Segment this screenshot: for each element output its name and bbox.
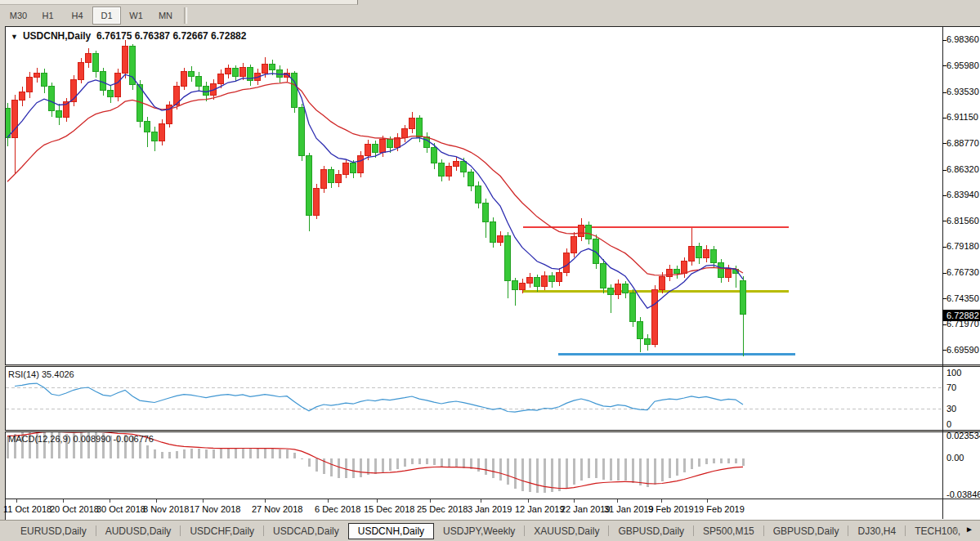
candle[interactable] — [564, 253, 570, 272]
candle[interactable] — [571, 237, 577, 253]
candle[interactable] — [387, 140, 393, 147]
candle[interactable] — [181, 72, 187, 86]
chart-tab-usdchf-daily[interactable]: USDCHF,Daily — [181, 523, 263, 539]
chart-tab-xauusd-daily[interactable]: XAUUSD,Daily — [525, 523, 608, 539]
candle[interactable] — [549, 275, 555, 282]
candle[interactable] — [446, 167, 452, 177]
chart-tab-gbpusd-daily[interactable]: GBPUSD,Daily — [764, 523, 848, 539]
candle[interactable] — [27, 78, 33, 92]
candle[interactable] — [409, 118, 415, 129]
chart-tab-audusd-daily[interactable]: AUDUSD,Daily — [96, 523, 181, 539]
candle[interactable] — [623, 284, 629, 293]
candle[interactable] — [468, 172, 474, 186]
candle[interactable] — [270, 65, 275, 70]
candle[interactable] — [439, 163, 445, 177]
candle[interactable] — [704, 249, 709, 258]
candle[interactable] — [660, 276, 665, 289]
candle[interactable] — [373, 144, 378, 153]
candle[interactable] — [454, 161, 459, 167]
candle[interactable] — [380, 140, 386, 153]
candle[interactable] — [314, 188, 320, 215]
candle[interactable] — [329, 170, 334, 183]
timeframe-button-mn[interactable]: MN — [151, 7, 180, 25]
candle[interactable] — [608, 288, 614, 295]
candle[interactable] — [461, 161, 467, 172]
timeframe-button-h4[interactable]: H4 — [63, 7, 92, 25]
candle[interactable] — [601, 264, 606, 288]
candle[interactable] — [535, 278, 540, 287]
candle[interactable] — [586, 225, 592, 239]
chart-tab-usdjpy-weekly[interactable]: USDJPY,Weekly — [434, 523, 524, 539]
candle[interactable] — [645, 339, 651, 345]
chart-dropdown-icon[interactable]: ▼ — [11, 33, 18, 41]
timeframe-button-d1[interactable]: D1 — [92, 7, 121, 25]
candle[interactable] — [336, 174, 342, 183]
candle[interactable] — [262, 65, 268, 74]
rsi-indicator-plot[interactable] — [6, 367, 942, 430]
candle[interactable] — [240, 68, 246, 77]
candle[interactable] — [365, 144, 371, 155]
candle[interactable] — [689, 246, 695, 261]
chart-tab-tech100-[interactable]: TECH100, — [906, 523, 969, 539]
candle[interactable] — [123, 46, 128, 73]
candle[interactable] — [189, 72, 195, 76]
candle[interactable] — [498, 235, 503, 242]
candle[interactable] — [741, 281, 746, 315]
timeframe-button-m30[interactable]: M30 — [4, 7, 33, 25]
candle[interactable] — [292, 73, 298, 107]
candle[interactable] — [630, 293, 636, 322]
candle[interactable] — [579, 225, 584, 236]
candle[interactable] — [615, 284, 621, 295]
candle[interactable] — [726, 269, 732, 278]
candle[interactable] — [696, 246, 702, 257]
candle[interactable] — [49, 86, 55, 110]
candle[interactable] — [432, 147, 437, 163]
candle[interactable] — [351, 163, 356, 173]
candle[interactable] — [674, 269, 680, 273]
candle[interactable] — [307, 156, 312, 215]
candle[interactable] — [233, 69, 239, 76]
chart-tab-dj30-h4[interactable]: DJ30,H4 — [848, 523, 905, 539]
candle[interactable] — [152, 132, 158, 141]
candle[interactable] — [277, 69, 283, 77]
chart-tab-usdcad-daily[interactable]: USDCAD,Daily — [264, 523, 348, 539]
chart-tab-sp500-m15[interactable]: SP500,M15 — [694, 523, 763, 539]
candle[interactable] — [78, 62, 84, 79]
candle[interactable] — [527, 278, 533, 284]
main-chart-plot[interactable] — [6, 27, 942, 364]
candle[interactable] — [505, 235, 511, 280]
candle[interactable] — [226, 69, 231, 74]
candle[interactable] — [196, 76, 202, 86]
candle[interactable] — [321, 170, 327, 188]
candle[interactable] — [542, 275, 548, 286]
candle[interactable] — [512, 281, 518, 290]
candle[interactable] — [218, 74, 224, 84]
timeframe-button-w1[interactable]: W1 — [122, 7, 150, 25]
timeframe-button-h1[interactable]: H1 — [34, 7, 62, 25]
candle[interactable] — [108, 90, 114, 96]
candle[interactable] — [204, 86, 209, 96]
candle[interactable] — [476, 186, 481, 203]
candle[interactable] — [93, 54, 99, 72]
candle[interactable] — [358, 156, 364, 173]
candle[interactable] — [718, 262, 724, 277]
tab-scroll-right-icon[interactable]: ► — [965, 525, 973, 534]
chart-tab-usdcnh-daily[interactable]: USDCNH,Daily — [348, 523, 434, 539]
candle[interactable] — [652, 289, 658, 344]
candle[interactable] — [299, 107, 305, 155]
candle[interactable] — [490, 221, 496, 242]
candle[interactable] — [483, 203, 489, 221]
candle[interactable] — [402, 129, 408, 138]
candle[interactable] — [86, 54, 92, 63]
candle[interactable] — [115, 73, 121, 96]
candle[interactable] — [20, 92, 25, 100]
tab-scroll-left-icon[interactable]: ◄ — [951, 525, 959, 534]
candle[interactable] — [56, 110, 62, 117]
candle[interactable] — [101, 72, 106, 90]
candle[interactable] — [417, 118, 423, 136]
candle[interactable] — [145, 122, 150, 132]
candle[interactable] — [711, 249, 717, 262]
candle[interactable] — [682, 262, 687, 273]
candle[interactable] — [520, 283, 526, 289]
candle[interactable] — [42, 73, 47, 86]
